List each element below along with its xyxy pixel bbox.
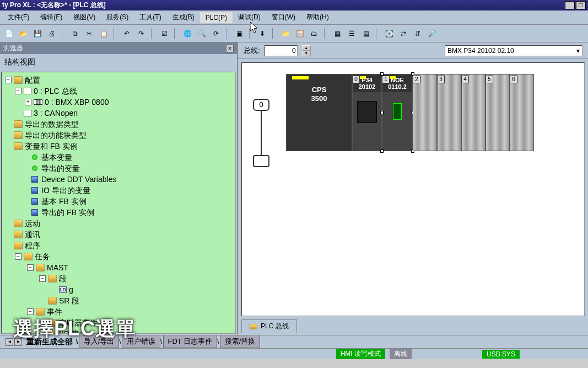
cut-icon[interactable]: ✂ [83, 27, 96, 40]
slot-6[interactable]: 6 [510, 74, 534, 151]
tree-rack[interactable]: +▥0 : BMX XBP 0800 [3, 97, 234, 108]
output-tabstrip: ◂ ▸ 重新生成全部 \ 导入/导出 \ 用户错误 \ FDT 日志事件 \ 搜… [0, 335, 588, 348]
validate-icon[interactable]: ☑ [158, 27, 171, 40]
square-icon [30, 209, 39, 216]
slot-5[interactable]: 5 [485, 74, 510, 151]
spin-up-icon[interactable]: ▲ [302, 45, 311, 51]
tree-io-exp[interactable]: IO 导出的变量 [3, 185, 234, 196]
redo-icon[interactable]: ↷ [134, 27, 148, 40]
tree-var-fb[interactable]: 变量和 FB 实例 [3, 141, 234, 152]
collapse-icon[interactable]: − [15, 253, 21, 260]
collapse-icon[interactable]: − [39, 275, 46, 282]
project-tree[interactable]: −配置 −0 : PLC 总线 +▥0 : BMX XBP 0800 3 : C… [1, 72, 236, 334]
menu-window[interactable]: 窗口(W) [266, 11, 301, 24]
tree-config[interactable]: −配置 [3, 74, 234, 86]
status-connection: 离线 [390, 349, 412, 359]
tree-exp-fbi[interactable]: 导出的 FB 实例 [3, 207, 234, 218]
disk-icon[interactable]: 💽 [382, 27, 396, 40]
slot-psu[interactable]: CPS 3500 [286, 74, 352, 151]
print-icon[interactable]: 🖨 [45, 27, 58, 40]
window-icon[interactable]: 🪟 [293, 27, 306, 40]
slot-3[interactable]: 3 [437, 74, 461, 151]
device-selector[interactable]: BMX P34 20102 02.10 ▾ [445, 45, 582, 56]
scroll-right-icon[interactable]: ▸ [14, 338, 22, 346]
find-icon[interactable]: 🔎 [425, 27, 439, 40]
slot-4[interactable]: 4 [461, 74, 485, 151]
grid1-icon[interactable]: ▦ [331, 27, 344, 40]
collapse-icon[interactable]: − [15, 88, 21, 94]
menu-plc[interactable]: PLC(P) [200, 12, 233, 23]
tree-exported-var[interactable]: 导出的变量 [3, 163, 234, 174]
slot-index: 0 [352, 76, 360, 83]
menu-file[interactable]: 文件(F) [2, 11, 35, 24]
tree-motion[interactable]: 运动 [3, 218, 234, 229]
expand-icon[interactable]: + [25, 99, 31, 105]
tab-fdt-log[interactable]: FDT 日志事件 [163, 335, 218, 348]
menu-view[interactable]: 视图(V) [68, 11, 101, 24]
tree-basic-fb[interactable]: 基本 FB 实例 [3, 196, 234, 207]
grid2-icon[interactable]: ☰ [345, 27, 358, 40]
tree-ld-section[interactable]: LDg [3, 284, 234, 295]
maximize-button[interactable]: □ [576, 1, 586, 9]
grid3-icon[interactable]: ▤ [359, 27, 373, 40]
tree-mast[interactable]: −MAST [3, 262, 234, 273]
scroll-left-icon[interactable]: ◂ [6, 338, 13, 346]
menu-service[interactable]: 服务(S) [101, 11, 134, 24]
tree-section[interactable]: −段 [3, 273, 234, 284]
menu-tool[interactable]: 工具(T) [134, 11, 166, 24]
collapse-icon[interactable]: − [27, 308, 34, 315]
spin-down-icon[interactable]: ▼ [302, 51, 311, 56]
bus-node-0[interactable]: 0 [253, 99, 269, 111]
tree-sr[interactable]: SR 段 [3, 295, 234, 306]
download-icon[interactable]: ⬇ [256, 27, 269, 40]
panel-close-icon[interactable]: × [226, 45, 234, 52]
copy-icon[interactable]: ⧉ [68, 27, 82, 40]
tree-io-event[interactable]: I/O 事件 [3, 328, 234, 334]
menu-help[interactable]: 帮助(H) [301, 11, 335, 24]
slot-2[interactable]: 2 [413, 74, 437, 151]
minimize-button[interactable]: _ [565, 1, 575, 9]
plc-rack[interactable]: CPS 3500 0 P34 20102 1 NOE 0110.2 [286, 74, 534, 151]
tree-event[interactable]: −事件 [3, 306, 234, 317]
collapse-icon[interactable]: − [5, 77, 12, 83]
tree-label: IO 导出的变量 [41, 185, 90, 195]
cascade-icon[interactable]: 🗂 [308, 27, 321, 40]
slot-noe[interactable]: 1 NOE 0110.2 [382, 74, 413, 151]
menu-debug[interactable]: 调试(D) [233, 11, 266, 24]
tree-basic-var[interactable]: 基本变量 [3, 152, 234, 163]
tab-rebuild-all[interactable]: 重新生成全部 [23, 337, 76, 347]
paste-icon[interactable]: 📋 [97, 27, 110, 40]
menu-edit[interactable]: 编辑(E) [35, 11, 68, 24]
zoom-icon[interactable]: 🔍 [195, 27, 208, 40]
menu-build[interactable]: 生成(B) [167, 11, 200, 24]
tab-import-export[interactable]: 导入/导出 [79, 335, 120, 348]
open-icon[interactable]: 📂 [17, 27, 30, 40]
fullscreen-icon[interactable]: ▣ [233, 27, 246, 40]
slot-cpu[interactable]: 0 P34 20102 [352, 74, 382, 151]
new-icon[interactable]: 📄 [2, 27, 15, 40]
tree-plc-bus[interactable]: −0 : PLC 总线 [3, 86, 234, 97]
tab-search-replace[interactable]: 搜索/替换 [220, 335, 261, 348]
tree-task[interactable]: −任务 [3, 251, 234, 262]
bus-node-empty[interactable] [253, 155, 269, 167]
transfer-icon[interactable]: ⇄ [397, 27, 410, 40]
tree-comm[interactable]: 通讯 [3, 229, 234, 240]
tree-canopen[interactable]: 3 : CANopen [3, 108, 234, 119]
proj-icon[interactable]: 📁 [279, 27, 292, 40]
bus-number-field[interactable]: 0 [265, 45, 298, 56]
tab-plc-bus[interactable]: PLC 总线 [241, 319, 297, 333]
tree-exported-fb-types[interactable]: 导出的功能块类型 [3, 130, 234, 141]
compare-icon[interactable]: ⇵ [411, 27, 424, 40]
refresh-icon[interactable]: ⟳ [209, 27, 223, 40]
collapse-icon[interactable]: − [27, 264, 34, 271]
tree-ddt[interactable]: Device DDT Variables [3, 174, 234, 185]
tree-exported-data-types[interactable]: 导出的数据类型 [3, 119, 234, 130]
save-icon[interactable]: 💾 [31, 27, 44, 40]
bus-canvas[interactable]: 0 CPS 3500 0 P34 20102 1 NOE [241, 62, 585, 316]
tree-program[interactable]: 程序 [3, 240, 234, 251]
tab-user-error[interactable]: 用户错误 [122, 335, 160, 348]
rack-icon [250, 324, 257, 329]
tree-timer-event[interactable]: 定时器事件 [3, 317, 234, 328]
browser-icon[interactable]: 🌐 [181, 27, 194, 40]
undo-icon[interactable]: ↶ [120, 27, 133, 40]
